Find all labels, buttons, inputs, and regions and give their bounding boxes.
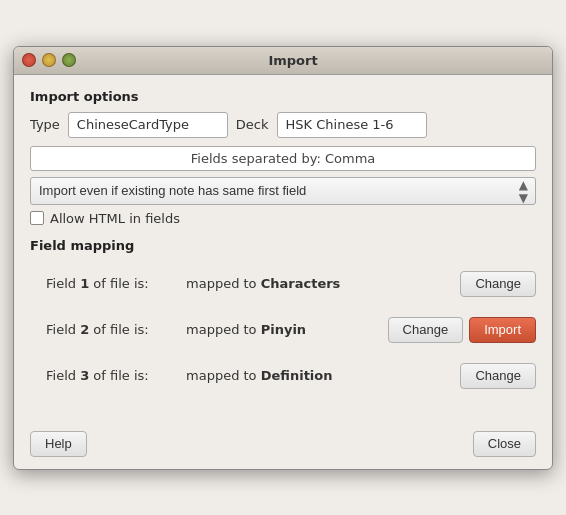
close-button[interactable]: Close <box>473 431 536 457</box>
help-button[interactable]: Help <box>30 431 87 457</box>
field-2-mapped: mapped to Pinyin <box>186 322 388 337</box>
import-mode-dropdown[interactable]: Import even if existing note has same fi… <box>30 177 536 205</box>
content-area: Import options Type ChineseCardType Deck… <box>14 75 552 421</box>
separator-label[interactable]: Fields separated by: Comma <box>30 146 536 171</box>
field-3-buttons: Change <box>460 363 536 389</box>
field-1-buttons: Change <box>460 271 536 297</box>
separator-row: Fields separated by: Comma <box>30 146 536 171</box>
field-mapping-row-2: Field 2 of file is: mapped to Pinyin Cha… <box>30 307 536 353</box>
type-label: Type <box>30 117 60 132</box>
type-deck-row: Type ChineseCardType Deck HSK Chinese 1-… <box>30 112 536 138</box>
field-1-change-button[interactable]: Change <box>460 271 536 297</box>
field-2-label: Field 2 of file is: <box>46 322 186 337</box>
allow-html-row: Allow HTML in fields <box>30 211 536 226</box>
import-window: Import Import options Type ChineseCardTy… <box>13 46 553 470</box>
field-3-label: Field 3 of file is: <box>46 368 186 383</box>
field-2-change-button[interactable]: Change <box>388 317 464 343</box>
field-mapping-row-1: Field 1 of file is: mapped to Characters… <box>30 261 536 307</box>
field-3-mapped: mapped to Definition <box>186 368 460 383</box>
field-mapping-section: Field mapping Field 1 of file is: mapped… <box>30 238 536 399</box>
type-value[interactable]: ChineseCardType <box>68 112 228 138</box>
field-mapping-title: Field mapping <box>30 238 536 253</box>
minimize-window-button[interactable] <box>42 53 56 67</box>
field-mapping-row-3: Field 3 of file is: mapped to Definition… <box>30 353 536 399</box>
field-1-label: Field 1 of file is: <box>46 276 186 291</box>
allow-html-checkbox[interactable] <box>30 211 44 225</box>
deck-value[interactable]: HSK Chinese 1-6 <box>277 112 427 138</box>
field-2-import-button[interactable]: Import <box>469 317 536 343</box>
dropdown-row: Import even if existing note has same fi… <box>30 177 536 205</box>
import-options-title: Import options <box>30 89 536 104</box>
maximize-window-button[interactable] <box>62 53 76 67</box>
field-2-buttons: Change Import <box>388 317 536 343</box>
close-window-button[interactable] <box>22 53 36 67</box>
deck-label: Deck <box>236 117 269 132</box>
field-3-change-button[interactable]: Change <box>460 363 536 389</box>
footer: Help Close <box>14 421 552 469</box>
window-title: Import <box>82 53 504 68</box>
titlebar: Import <box>14 47 552 75</box>
allow-html-label: Allow HTML in fields <box>50 211 180 226</box>
field-1-mapped: mapped to Characters <box>186 276 460 291</box>
